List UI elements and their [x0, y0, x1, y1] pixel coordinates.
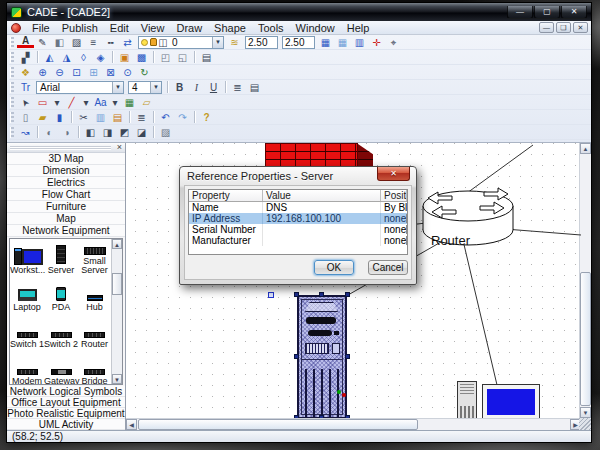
select-back-icon[interactable]: ◱ [174, 51, 191, 64]
line-weight-icon[interactable]: ≡ [85, 36, 102, 49]
print-icon[interactable]: ≣ [133, 111, 150, 124]
toolbar-grip[interactable] [10, 67, 14, 78]
mdi-minimize-button[interactable]: — [539, 22, 554, 33]
pattern-icon[interactable]: ▨ [157, 126, 174, 139]
category-uml-activity[interactable]: UML Activity [7, 419, 125, 430]
rectangle-tool-icon[interactable]: ▭ [34, 96, 51, 109]
object-properties-icon[interactable]: ▤ [198, 51, 215, 64]
category-dimension[interactable]: Dimension [7, 165, 125, 177]
grid-major-icon[interactable]: ▦ [317, 36, 334, 49]
dialog-close-button[interactable]: ✕ [377, 167, 410, 181]
pencil-icon[interactable]: ✎ [34, 36, 51, 49]
close-button[interactable]: ✕ [561, 6, 587, 19]
orbit-right-icon[interactable]: ◑ [58, 126, 75, 139]
horizontal-scroll-thumb[interactable] [138, 419, 418, 430]
horizontal-scrollbar[interactable]: ◀ ▶ [126, 418, 581, 430]
open-icon[interactable]: ▰ [34, 111, 51, 124]
select-front-icon[interactable]: ◰ [157, 51, 174, 64]
refresh-icon[interactable]: ↻ [136, 66, 153, 79]
font-combo[interactable]: Arial ▼ [36, 81, 124, 94]
palette-item-workstation[interactable]: Workst... [10, 239, 44, 276]
grid-width-input[interactable] [245, 36, 278, 49]
line-tool-icon[interactable]: ╱ [63, 96, 80, 109]
connection-point[interactable] [268, 292, 274, 298]
value-cell[interactable] [263, 224, 381, 235]
selection-handle[interactable] [345, 415, 350, 418]
toolbar-grip[interactable] [10, 127, 14, 138]
zoom-all-icon[interactable]: ⊞ [85, 66, 102, 79]
paste-icon[interactable]: ▤ [109, 111, 126, 124]
rotate-right-icon[interactable]: ◈ [92, 51, 109, 64]
help-icon[interactable]: ? [198, 111, 215, 124]
line-tool-dropdown[interactable]: ▾ [80, 96, 92, 109]
document-icon[interactable] [11, 23, 21, 33]
selection-handle[interactable] [345, 354, 350, 359]
grid-rows-icon[interactable]: ▥ [351, 36, 368, 49]
zoom-window-icon[interactable]: ⊡ [68, 66, 85, 79]
rectangle-tool-dropdown[interactable]: ▾ [51, 96, 63, 109]
palette-item-laptop[interactable]: Laptop [10, 276, 44, 313]
position-dropdown[interactable]: ▾ [406, 225, 407, 234]
palette-item-router[interactable]: Router [78, 313, 111, 350]
palette-item-modem[interactable]: Modem [10, 350, 44, 384]
menu-publish[interactable]: Publish [56, 22, 104, 34]
connector-icon[interactable]: ↝ [17, 126, 34, 139]
table-row-ip-address[interactable]: IP Address 192.168.100.100 none ▾ [189, 213, 407, 224]
category-map[interactable]: Map [7, 213, 125, 225]
server-rack-shape[interactable] [297, 295, 347, 418]
layer-combo[interactable]: ◫ 0 ▼ [138, 36, 224, 49]
category-network-logical-symbols[interactable]: Network Logical Symbols [7, 386, 125, 397]
undo-icon[interactable]: ↶ [157, 111, 174, 124]
arrows-icon[interactable]: ⇄ [119, 36, 136, 49]
edit-geometry-icon[interactable]: ▞ [17, 51, 34, 64]
palette-item-pda[interactable]: PDA [44, 276, 78, 313]
menu-shape[interactable]: Shape [208, 22, 252, 34]
category-electrics[interactable]: Electrics [7, 177, 125, 189]
scroll-left-icon[interactable]: ◀ [126, 419, 137, 430]
palette-item-server[interactable]: Server [44, 239, 78, 276]
property-cell[interactable]: Name [189, 202, 263, 213]
text-color-icon[interactable]: A [17, 37, 34, 48]
zoom-selected-icon[interactable]: ⊙ [119, 66, 136, 79]
grid-minor-icon[interactable]: ▦ [334, 36, 351, 49]
column-property[interactable]: Property [189, 190, 263, 201]
position-dropdown[interactable]: ▾ [406, 214, 407, 223]
value-cell[interactable] [263, 235, 381, 246]
orbit-left-icon[interactable]: ◐ [41, 126, 58, 139]
palette-item-switch-2[interactable]: Switch 2 [44, 313, 78, 350]
menu-tools[interactable]: Tools [252, 22, 290, 34]
copy-icon[interactable]: ▥ [92, 111, 109, 124]
mirror-horizontal-icon[interactable]: ◭ [41, 51, 58, 64]
mdi-restore-button[interactable]: ❏ [556, 22, 571, 33]
layer-dropdown[interactable]: ▼ [212, 37, 223, 48]
mdi-close-button[interactable]: ✕ [573, 22, 588, 33]
selection-handle[interactable] [319, 415, 324, 418]
ok-button[interactable]: OK [314, 260, 354, 275]
palette-scrollbar[interactable]: ▲ ▼ [111, 239, 122, 384]
scroll-down-icon[interactable]: ▼ [112, 374, 122, 384]
toolbar-grip[interactable] [10, 52, 14, 63]
palette-item-bridge[interactable]: Bridge [78, 350, 111, 384]
pan-icon[interactable]: ❖ [17, 66, 34, 79]
menu-file[interactable]: File [26, 22, 56, 34]
font-size-dropdown[interactable]: ▼ [150, 82, 161, 93]
zoom-in-icon[interactable]: ⊕ [34, 66, 51, 79]
align-icon[interactable]: ≣ [229, 81, 246, 94]
zoom-extents-icon[interactable]: ⊠ [102, 66, 119, 79]
mirror-vertical-icon[interactable]: ◮ [58, 51, 75, 64]
minimize-button[interactable]: — [507, 6, 533, 19]
text-tool-icon[interactable]: Aa [92, 96, 109, 109]
palette-item-hub[interactable]: Hub [78, 276, 111, 313]
text-tool-dropdown[interactable]: ▾ [109, 96, 121, 109]
palette-item-gateway[interactable]: Gateway [44, 350, 78, 384]
vertical-scrollbar[interactable]: ▲ ▼ [579, 143, 591, 418]
scroll-up-icon[interactable]: ▲ [112, 239, 122, 249]
menu-help[interactable]: Help [341, 22, 376, 34]
bold-button[interactable]: B [171, 81, 188, 94]
title-bar[interactable]: CADE - [CADE2] — ▢ ✕ [7, 3, 591, 21]
font-size-combo[interactable]: 4 ▼ [128, 81, 162, 94]
workstation-monitor-shape[interactable] [482, 384, 540, 418]
font-dropdown[interactable]: ▼ [112, 82, 123, 93]
workstation-tower-shape[interactable] [457, 381, 477, 418]
cancel-button[interactable]: Cancel [368, 260, 408, 275]
